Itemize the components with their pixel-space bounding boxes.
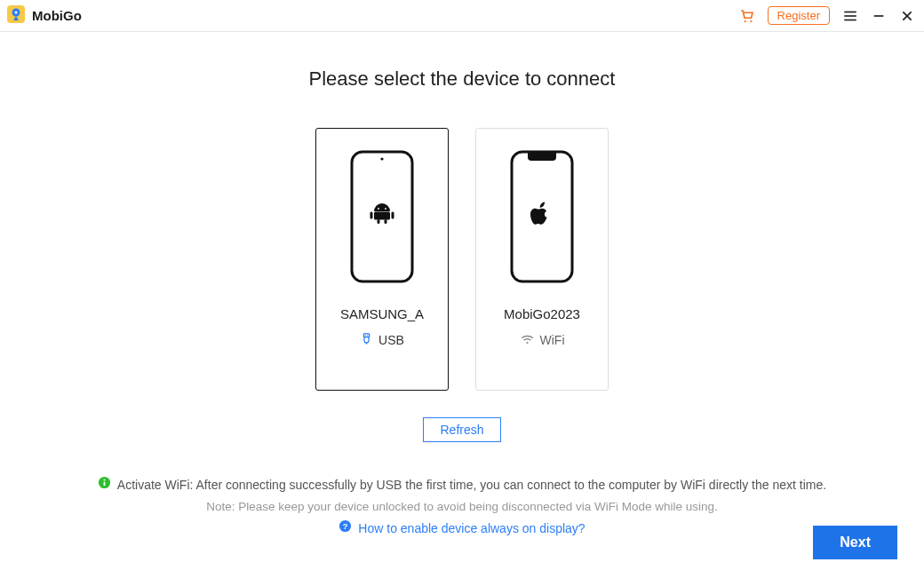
note-text: Note: Please keep your device unlocked t…: [98, 496, 826, 518]
help-icon: ?: [339, 518, 352, 540]
connection-type-wifi: WiFi: [520, 332, 565, 348]
svg-rect-17: [385, 219, 387, 224]
next-button[interactable]: Next: [813, 526, 897, 559]
main-content: Please select the device to connect: [0, 32, 924, 541]
svg-rect-16: [378, 219, 380, 224]
titlebar: MobiGo Register: [0, 0, 924, 32]
close-icon[interactable]: [899, 8, 915, 24]
wifi-hint-text: Activate WiFi: After connecting successf…: [117, 474, 826, 496]
wifi-hint-line: Activate WiFi: After connecting successf…: [98, 474, 826, 496]
svg-rect-27: [103, 482, 105, 487]
register-button[interactable]: Register: [768, 6, 830, 25]
svg-point-2: [15, 11, 18, 13]
usb-icon: [360, 332, 373, 348]
svg-rect-15: [392, 212, 394, 219]
connection-label: USB: [378, 333, 404, 347]
connection-type-usb: USB: [360, 332, 404, 348]
device-card-android[interactable]: SAMSUNG_A USB: [315, 128, 449, 391]
connection-label: WiFi: [540, 333, 565, 347]
android-phone-icon: [350, 150, 414, 283]
svg-rect-13: [374, 212, 390, 220]
device-name: MobiGo2023: [504, 306, 580, 321]
svg-point-19: [385, 208, 386, 210]
app-logo-icon: [5, 4, 27, 28]
hint-block: Activate WiFi: After connecting successf…: [98, 474, 826, 541]
svg-point-28: [103, 479, 105, 480]
help-link-text: How to enable device always on display?: [358, 518, 585, 540]
svg-point-4: [750, 20, 752, 21]
refresh-button[interactable]: Refresh: [423, 417, 500, 442]
svg-text:?: ?: [343, 523, 348, 532]
app-title: MobiGo: [32, 8, 82, 23]
menu-icon[interactable]: [842, 8, 858, 24]
svg-point-3: [744, 20, 745, 21]
page-heading: Please select the device to connect: [309, 67, 616, 91]
help-link[interactable]: ? How to enable device always on display…: [98, 518, 826, 540]
device-card-ios[interactable]: MobiGo2023 WiFi: [475, 128, 609, 391]
device-name: SAMSUNG_A: [340, 306, 424, 321]
titlebar-left: MobiGo: [5, 4, 82, 28]
svg-point-12: [380, 157, 383, 160]
cart-icon[interactable]: [739, 8, 755, 24]
iphone-icon: [510, 150, 574, 283]
svg-point-25: [526, 342, 528, 344]
svg-rect-14: [370, 212, 373, 219]
svg-point-18: [378, 208, 379, 210]
minimize-icon[interactable]: [871, 8, 887, 24]
wifi-icon: [520, 332, 535, 348]
titlebar-right: Register: [739, 6, 915, 25]
svg-rect-20: [363, 334, 369, 337]
device-list: SAMSUNG_A USB: [315, 128, 609, 391]
info-icon: [98, 474, 111, 496]
